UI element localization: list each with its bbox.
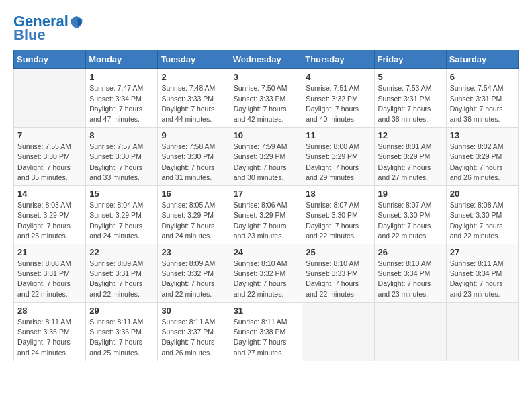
day-number: 21 bbox=[17, 247, 82, 257]
calendar-week-row: 21Sunrise: 8:08 AM Sunset: 3:31 PM Dayli… bbox=[14, 244, 519, 303]
calendar-cell: 1Sunrise: 7:47 AM Sunset: 3:34 PM Daylig… bbox=[86, 69, 158, 128]
day-info: Sunrise: 8:09 AM Sunset: 3:31 PM Dayligh… bbox=[89, 259, 154, 300]
calendar-cell bbox=[302, 302, 374, 361]
day-info: Sunrise: 8:01 AM Sunset: 3:29 PM Dayligh… bbox=[378, 142, 443, 183]
calendar-cell bbox=[14, 69, 86, 128]
day-info: Sunrise: 8:10 AM Sunset: 3:34 PM Dayligh… bbox=[378, 259, 443, 300]
day-number: 13 bbox=[450, 130, 515, 140]
weekday-header: Sunday bbox=[14, 50, 86, 69]
day-number: 12 bbox=[378, 130, 443, 140]
day-info: Sunrise: 8:00 AM Sunset: 3:29 PM Dayligh… bbox=[306, 142, 370, 183]
day-info: Sunrise: 8:11 AM Sunset: 3:37 PM Dayligh… bbox=[161, 317, 226, 358]
day-info: Sunrise: 7:51 AM Sunset: 3:32 PM Dayligh… bbox=[306, 83, 370, 124]
calendar-cell: 27Sunrise: 8:11 AM Sunset: 3:34 PM Dayli… bbox=[446, 244, 518, 303]
day-info: Sunrise: 8:10 AM Sunset: 3:32 PM Dayligh… bbox=[234, 259, 299, 300]
day-number: 18 bbox=[306, 189, 370, 199]
calendar-cell: 6Sunrise: 7:54 AM Sunset: 3:31 PM Daylig… bbox=[446, 69, 518, 128]
calendar-cell: 19Sunrise: 8:07 AM Sunset: 3:30 PM Dayli… bbox=[374, 186, 446, 244]
calendar-cell: 24Sunrise: 8:10 AM Sunset: 3:32 PM Dayli… bbox=[230, 244, 302, 303]
calendar-cell: 23Sunrise: 8:09 AM Sunset: 3:32 PM Dayli… bbox=[158, 244, 230, 303]
calendar-cell: 25Sunrise: 8:10 AM Sunset: 3:33 PM Dayli… bbox=[302, 244, 374, 303]
day-number: 4 bbox=[306, 72, 370, 82]
day-number: 9 bbox=[161, 130, 226, 140]
calendar-cell: 26Sunrise: 8:10 AM Sunset: 3:34 PM Dayli… bbox=[374, 244, 446, 303]
calendar-cell bbox=[374, 302, 446, 361]
calendar-cell: 3Sunrise: 7:50 AM Sunset: 3:33 PM Daylig… bbox=[230, 69, 302, 128]
day-number: 20 bbox=[450, 189, 515, 199]
day-info: Sunrise: 7:54 AM Sunset: 3:31 PM Dayligh… bbox=[450, 83, 515, 124]
calendar-cell: 7Sunrise: 7:55 AM Sunset: 3:30 PM Daylig… bbox=[14, 128, 86, 186]
day-number: 15 bbox=[89, 189, 154, 199]
day-number: 8 bbox=[89, 130, 154, 140]
day-info: Sunrise: 8:04 AM Sunset: 3:29 PM Dayligh… bbox=[89, 200, 154, 241]
day-number: 5 bbox=[378, 72, 443, 82]
day-number: 16 bbox=[161, 189, 226, 199]
logo-icon bbox=[70, 15, 83, 28]
day-number: 29 bbox=[89, 306, 154, 316]
day-number: 22 bbox=[89, 247, 154, 257]
calendar-cell: 12Sunrise: 8:01 AM Sunset: 3:29 PM Dayli… bbox=[374, 128, 446, 186]
weekday-header: Wednesday bbox=[230, 50, 302, 69]
calendar-cell: 14Sunrise: 8:03 AM Sunset: 3:29 PM Dayli… bbox=[14, 186, 86, 244]
day-number: 6 bbox=[450, 72, 515, 82]
day-number: 10 bbox=[234, 130, 299, 140]
day-info: Sunrise: 8:11 AM Sunset: 3:34 PM Dayligh… bbox=[450, 259, 515, 300]
calendar-header-row: SundayMondayTuesdayWednesdayThursdayFrid… bbox=[14, 50, 519, 69]
day-number: 1 bbox=[89, 72, 154, 82]
day-info: Sunrise: 8:05 AM Sunset: 3:29 PM Dayligh… bbox=[161, 200, 226, 241]
day-number: 7 bbox=[17, 130, 82, 140]
day-number: 30 bbox=[161, 306, 226, 316]
weekday-header: Thursday bbox=[302, 50, 374, 69]
calendar-cell: 28Sunrise: 8:11 AM Sunset: 3:35 PM Dayli… bbox=[14, 302, 86, 361]
day-number: 19 bbox=[378, 189, 443, 199]
calendar-cell: 29Sunrise: 8:11 AM Sunset: 3:36 PM Dayli… bbox=[86, 302, 158, 361]
day-number: 25 bbox=[306, 247, 370, 257]
calendar-cell: 10Sunrise: 7:59 AM Sunset: 3:29 PM Dayli… bbox=[230, 128, 302, 186]
calendar-week-row: 7Sunrise: 7:55 AM Sunset: 3:30 PM Daylig… bbox=[14, 128, 519, 186]
calendar-cell: 5Sunrise: 7:53 AM Sunset: 3:31 PM Daylig… bbox=[374, 69, 446, 128]
day-info: Sunrise: 8:09 AM Sunset: 3:32 PM Dayligh… bbox=[161, 259, 226, 300]
day-info: Sunrise: 7:59 AM Sunset: 3:29 PM Dayligh… bbox=[234, 142, 299, 183]
calendar-cell bbox=[446, 302, 518, 361]
day-info: Sunrise: 8:03 AM Sunset: 3:29 PM Dayligh… bbox=[17, 200, 82, 241]
day-number: 2 bbox=[161, 72, 226, 82]
weekday-header: Friday bbox=[374, 50, 446, 69]
calendar-cell: 2Sunrise: 7:48 AM Sunset: 3:33 PM Daylig… bbox=[158, 69, 230, 128]
day-info: Sunrise: 8:10 AM Sunset: 3:33 PM Dayligh… bbox=[306, 259, 370, 300]
calendar-week-row: 28Sunrise: 8:11 AM Sunset: 3:35 PM Dayli… bbox=[14, 302, 519, 361]
page-header: General Blue bbox=[13, 13, 519, 43]
weekday-header: Tuesday bbox=[158, 50, 230, 69]
calendar-cell: 8Sunrise: 7:57 AM Sunset: 3:30 PM Daylig… bbox=[86, 128, 158, 186]
day-number: 28 bbox=[17, 306, 82, 316]
day-info: Sunrise: 8:08 AM Sunset: 3:30 PM Dayligh… bbox=[450, 200, 515, 241]
calendar-cell: 21Sunrise: 8:08 AM Sunset: 3:31 PM Dayli… bbox=[14, 244, 86, 303]
day-number: 26 bbox=[378, 247, 443, 257]
calendar-cell: 11Sunrise: 8:00 AM Sunset: 3:29 PM Dayli… bbox=[302, 128, 374, 186]
calendar-cell: 9Sunrise: 7:58 AM Sunset: 3:30 PM Daylig… bbox=[158, 128, 230, 186]
day-info: Sunrise: 8:11 AM Sunset: 3:36 PM Dayligh… bbox=[89, 317, 154, 358]
day-info: Sunrise: 7:55 AM Sunset: 3:30 PM Dayligh… bbox=[17, 142, 82, 183]
calendar-week-row: 14Sunrise: 8:03 AM Sunset: 3:29 PM Dayli… bbox=[14, 186, 519, 244]
day-info: Sunrise: 8:08 AM Sunset: 3:31 PM Dayligh… bbox=[17, 259, 82, 300]
day-info: Sunrise: 8:02 AM Sunset: 3:29 PM Dayligh… bbox=[450, 142, 515, 183]
day-number: 24 bbox=[234, 247, 299, 257]
day-info: Sunrise: 8:11 AM Sunset: 3:38 PM Dayligh… bbox=[234, 317, 299, 358]
calendar-cell: 30Sunrise: 8:11 AM Sunset: 3:37 PM Dayli… bbox=[158, 302, 230, 361]
calendar-table: SundayMondayTuesdayWednesdayThursdayFrid… bbox=[13, 50, 519, 361]
day-info: Sunrise: 8:06 AM Sunset: 3:29 PM Dayligh… bbox=[234, 200, 299, 241]
calendar-cell: 18Sunrise: 8:07 AM Sunset: 3:30 PM Dayli… bbox=[302, 186, 374, 244]
day-number: 11 bbox=[306, 130, 370, 140]
calendar-cell: 20Sunrise: 8:08 AM Sunset: 3:30 PM Dayli… bbox=[446, 186, 518, 244]
day-info: Sunrise: 8:07 AM Sunset: 3:30 PM Dayligh… bbox=[378, 200, 443, 241]
day-info: Sunrise: 8:11 AM Sunset: 3:35 PM Dayligh… bbox=[17, 317, 82, 358]
weekday-header: Saturday bbox=[446, 50, 518, 69]
logo: General Blue bbox=[13, 13, 83, 43]
day-info: Sunrise: 7:47 AM Sunset: 3:34 PM Dayligh… bbox=[89, 83, 154, 124]
calendar-cell: 17Sunrise: 8:06 AM Sunset: 3:29 PM Dayli… bbox=[230, 186, 302, 244]
day-info: Sunrise: 7:50 AM Sunset: 3:33 PM Dayligh… bbox=[234, 83, 299, 124]
day-number: 17 bbox=[234, 189, 299, 199]
logo-text2: Blue bbox=[13, 27, 46, 43]
calendar-week-row: 1Sunrise: 7:47 AM Sunset: 3:34 PM Daylig… bbox=[14, 69, 519, 128]
calendar-cell: 4Sunrise: 7:51 AM Sunset: 3:32 PM Daylig… bbox=[302, 69, 374, 128]
calendar-cell: 31Sunrise: 8:11 AM Sunset: 3:38 PM Dayli… bbox=[230, 302, 302, 361]
